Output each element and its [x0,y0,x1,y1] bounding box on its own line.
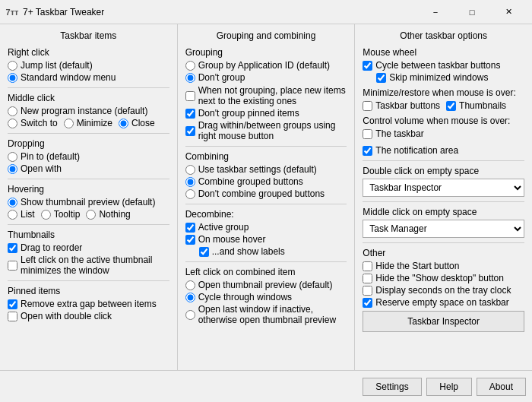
co1-radio[interactable] [185,165,195,175]
rc2-radio[interactable] [8,73,17,83]
gr1-radio[interactable] [185,61,195,71]
dropping-option-1[interactable]: Pin to (default) [8,151,169,162]
mr1-option[interactable]: Taskbar buttons [363,100,440,111]
th2-check[interactable] [8,261,17,271]
settings-button[interactable]: Settings [363,378,421,396]
mc3-radio[interactable] [64,119,74,128]
hovering-option-1[interactable]: Show thumbnail preview (default) [8,197,169,207]
hv2-radio[interactable] [8,210,17,220]
lc2-radio[interactable] [185,293,195,302]
ot4-option[interactable]: Reserve empty space on taskbar [363,297,524,308]
mc2-option[interactable]: Switch to [8,118,58,128]
mw1-check[interactable] [363,61,372,71]
cv1-option[interactable]: The taskbar [363,128,423,139]
ot3-check[interactable] [363,286,372,296]
ot1-check[interactable] [363,261,372,271]
about-button[interactable]: About [477,378,526,396]
dc3-check[interactable] [199,247,209,257]
gr2-option[interactable]: Don't group [185,72,347,83]
dc1-option[interactable]: Active group [185,222,347,233]
hv4-option[interactable]: Nothing [86,209,130,220]
ot1-option[interactable]: Hide the Start button [363,261,524,271]
close-button[interactable]: ✕ [491,0,526,24]
cv2-option[interactable]: The notification area [363,145,458,156]
mc3-option[interactable]: Minimize [64,118,112,128]
mw1-option[interactable]: Cycle between taskbar buttons [363,60,524,71]
mw2-option[interactable]: Skip minimized windows [376,72,524,83]
maximize-button[interactable]: □ [454,0,489,24]
gr1-option[interactable]: Group by Application ID (default) [185,60,347,71]
hv4-radio[interactable] [86,210,96,220]
lc2-option[interactable]: Cycle through windows [185,292,347,302]
co3-option[interactable]: Don't combine grouped buttons [185,188,347,199]
co3-radio[interactable] [185,189,195,199]
dropping-option-2[interactable]: Open with [8,163,169,174]
mc1-radio[interactable] [8,106,17,116]
hv2-option[interactable]: List [8,209,35,220]
dp2-label: Open with [21,163,62,174]
mc4-radio[interactable] [119,119,128,128]
dc2-check[interactable] [185,235,195,245]
th1-option[interactable]: Drag to reorder [8,242,169,253]
gr5-check[interactable] [185,126,195,136]
pi1-label: Remove extra gap between items [21,299,157,309]
th1-check[interactable] [8,243,17,253]
co1-option[interactable]: Use taskbar settings (default) [185,164,347,175]
dc2-option[interactable]: On mouse hover [185,234,347,245]
dc1-check[interactable] [185,223,195,233]
ot2-check[interactable] [363,274,372,283]
gr2-label: Don't group [198,72,245,83]
co3-label: Don't combine grouped buttons [198,188,325,199]
ot3-option[interactable]: Display seconds on the tray clock [363,285,524,296]
col1-header: Taskbar items [8,30,169,41]
mr1-check[interactable] [363,101,372,111]
hovering-label: Hovering [8,184,169,195]
decombine-label: Decombine: [185,209,347,220]
mr2-option[interactable]: Thumbnails [446,100,506,111]
cv2-check[interactable] [363,146,372,156]
hv1-radio[interactable] [8,198,17,207]
dp2-radio[interactable] [8,164,17,174]
minimize-button[interactable]: − [418,0,453,24]
right-click-option-2[interactable]: Standard window menu [8,72,169,83]
gr3-option[interactable]: When not grouping, place new items next … [185,85,347,106]
ot4-check[interactable] [363,298,372,308]
rc1-radio[interactable] [8,61,17,71]
pi1-check[interactable] [8,299,17,309]
gr4-check[interactable] [185,109,195,119]
double-click-dropdown[interactable]: Taskbar Inspector [363,179,524,197]
pi2-check[interactable] [8,312,17,321]
hv3-option[interactable]: Tooltip [41,209,81,220]
left-click-label: Left click on combined item [185,267,347,277]
mc2-radio[interactable] [8,119,17,128]
hv3-radio[interactable] [41,210,51,220]
double-click-label: Double click on empty space [363,166,524,176]
help-button[interactable]: Help [426,378,472,396]
lc3-radio[interactable] [185,310,195,320]
mw2-check[interactable] [376,73,386,83]
cv1-check[interactable] [363,129,372,139]
cv1-label: The taskbar [375,128,423,139]
taskbar-inspector-button[interactable]: Taskbar Inspector [363,311,524,332]
cv2-label: The notification area [375,145,458,156]
gr4-option[interactable]: Don't group pinned items [185,108,347,119]
pi2-option[interactable]: Open with double click [8,311,169,321]
mr2-check[interactable] [446,101,456,111]
co2-option[interactable]: Combine grouped buttons [185,176,347,187]
co2-radio[interactable] [185,177,195,187]
th2-option[interactable]: Left click on the active thumbnail minim… [8,255,169,276]
gr5-option[interactable]: Drag within/between groups using right m… [185,120,347,141]
pi1-option[interactable]: Remove extra gap between items [8,299,169,309]
middle-click-empty-dropdown[interactable]: Task Manager [363,220,524,238]
ot2-option[interactable]: Hide the "Show desktop" button [363,273,524,283]
lc1-option[interactable]: Open thumbnail preview (default) [185,280,347,290]
dp1-radio[interactable] [8,152,17,162]
right-click-option-1[interactable]: Jump list (default) [8,60,169,71]
lc1-radio[interactable] [185,280,195,290]
middle-click-option-1[interactable]: New program instance (default) [8,106,169,116]
dc3-option[interactable]: ...and show labels [199,246,347,257]
mc4-option[interactable]: Close [119,118,155,128]
gr2-radio[interactable] [185,73,195,83]
gr3-check[interactable] [185,91,195,101]
lc3-option[interactable]: Open last window if inactive, otherwise … [185,304,347,325]
